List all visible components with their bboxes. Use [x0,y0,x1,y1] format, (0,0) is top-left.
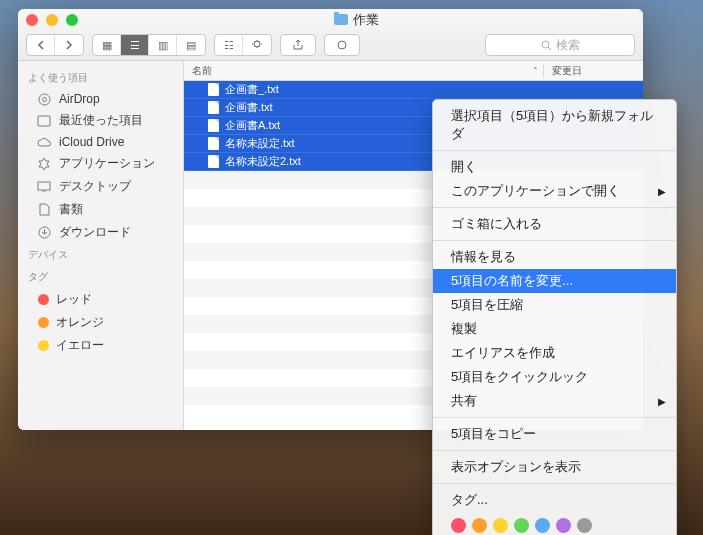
sidebar-header-favorites: よく使う項目 [18,67,183,89]
sidebar-header-tags: タグ [18,266,183,288]
file-icon [208,119,219,132]
search-placeholder: 検索 [556,37,580,54]
svg-rect-5 [38,116,50,126]
action-button[interactable] [243,35,271,55]
search-icon [541,40,552,51]
tag-color-red[interactable] [451,518,466,533]
svg-point-2 [542,41,549,48]
tag-dot-orange [38,317,49,328]
tags-button[interactable] [324,34,360,56]
svg-rect-6 [38,182,50,190]
tag-color-yellow[interactable] [493,518,508,533]
column-view-button[interactable]: ▥ [149,35,177,55]
ctx-duplicate[interactable]: 複製 [433,317,676,341]
svg-point-1 [338,41,346,49]
arrange-group: ☷ [214,34,272,56]
ctx-compress[interactable]: 5項目を圧縮 [433,293,676,317]
search-field[interactable]: 検索 [485,34,635,56]
sidebar: よく使う項目 AirDrop 最近使った項目 iCloud Drive アプリケ… [18,61,184,430]
ctx-alias[interactable]: エイリアスを作成 [433,341,676,365]
ctx-tags[interactable]: タグ... [433,488,676,512]
ctx-share[interactable]: 共有▶ [433,389,676,413]
desktop-icon [36,180,52,194]
sidebar-item-documents[interactable]: 書類 [18,198,183,221]
tag-color-blue[interactable] [535,518,550,533]
view-group: ▦ ☰ ▥ ▤ [92,34,206,56]
gallery-view-button[interactable]: ▤ [177,35,205,55]
traffic-lights [26,14,78,26]
chevron-right-icon: ▶ [658,186,666,197]
minimize-button[interactable] [46,14,58,26]
window-title: 作業 [353,11,379,29]
file-icon [208,155,219,168]
downloads-icon [36,226,52,240]
sidebar-item-airdrop[interactable]: AirDrop [18,89,183,109]
sidebar-tag-orange[interactable]: オレンジ [18,311,183,334]
back-button[interactable] [27,35,55,55]
sort-indicator: ˆ [534,66,537,76]
sidebar-tag-yellow[interactable]: イエロー [18,334,183,357]
zoom-button[interactable] [66,14,78,26]
svg-point-4 [42,97,46,101]
share-button[interactable] [280,34,316,56]
documents-icon [36,203,52,217]
sidebar-item-applications[interactable]: アプリケーション [18,152,183,175]
sidebar-tag-red[interactable]: レッド [18,288,183,311]
icon-view-button[interactable]: ▦ [93,35,121,55]
nav-group [26,34,84,56]
ctx-quicklook[interactable]: 5項目をクイックルック [433,365,676,389]
tag-dot-yellow [38,340,49,351]
ctx-get-info[interactable]: 情報を見る [433,245,676,269]
tag-color-gray[interactable] [577,518,592,533]
forward-button[interactable] [55,35,83,55]
ctx-open[interactable]: 開く [433,155,676,179]
ctx-tag-row [433,512,676,535]
column-name[interactable]: 名前ˆ [184,64,543,78]
ctx-open-with[interactable]: このアプリケーションで開く▶ [433,179,676,203]
airdrop-icon [36,92,52,106]
arrange-button[interactable]: ☷ [215,35,243,55]
ctx-view-options[interactable]: 表示オプションを表示 [433,455,676,479]
ctx-trash[interactable]: ゴミ箱に入れる [433,212,676,236]
sidebar-header-devices: デバイス [18,244,183,266]
sidebar-item-recents[interactable]: 最近使った項目 [18,109,183,132]
tag-color-green[interactable] [514,518,529,533]
context-menu: 選択項目（5項目）から新規フォルダ 開く このアプリケーションで開く▶ ゴミ箱に… [432,99,677,535]
file-icon [208,83,219,96]
file-icon [208,137,219,150]
chevron-right-icon: ▶ [658,396,666,407]
ctx-rename[interactable]: 5項目の名前を変更... [433,269,676,293]
sidebar-item-icloud[interactable]: iCloud Drive [18,132,183,152]
tag-dot-red [38,294,49,305]
tag-color-orange[interactable] [472,518,487,533]
tag-color-purple[interactable] [556,518,571,533]
toolbar: ▦ ☰ ▥ ▤ ☷ 検索 [18,31,643,60]
applications-icon [36,157,52,171]
ctx-copy[interactable]: 5項目をコピー [433,422,676,446]
close-button[interactable] [26,14,38,26]
recents-icon [36,114,52,128]
sidebar-item-downloads[interactable]: ダウンロード [18,221,183,244]
sidebar-item-desktop[interactable]: デスクトップ [18,175,183,198]
cloud-icon [36,135,52,149]
titlebar: 作業 ▦ ☰ ▥ ▤ ☷ 検索 [18,9,643,61]
file-row[interactable]: 企画書_.txt [184,81,643,99]
file-icon [208,101,219,114]
column-date[interactable]: 変更日 [543,64,643,78]
svg-point-3 [39,94,50,105]
folder-icon [334,14,348,25]
ctx-new-folder[interactable]: 選択項目（5項目）から新規フォルダ [433,104,676,146]
column-headers: 名前ˆ 変更日 [184,61,643,81]
list-view-button[interactable]: ☰ [121,35,149,55]
